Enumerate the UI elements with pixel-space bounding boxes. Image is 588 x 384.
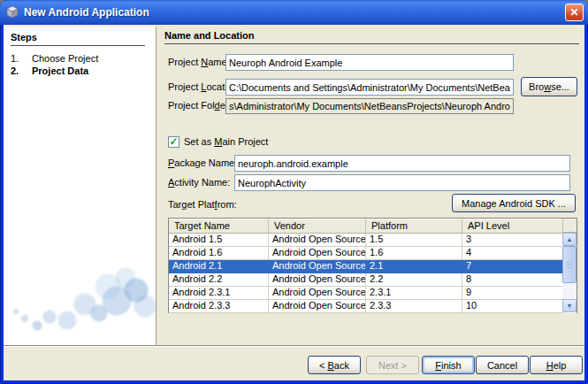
step-item-project-data: 2. Project Data: [11, 65, 152, 76]
project-folder-field: [225, 98, 514, 114]
column-header-vendor[interactable]: Vendor: [269, 219, 366, 233]
close-button[interactable]: ✕: [565, 4, 584, 21]
footer-divider: [4, 345, 584, 347]
watermark-bubbles: [4, 248, 156, 345]
section-title: Name and Location: [164, 30, 254, 41]
help-button[interactable]: Help: [530, 356, 583, 374]
step-item-choose-project: 1. Choose Project: [11, 53, 152, 64]
window-title: New Android Application: [24, 6, 149, 19]
table-row[interactable]: Android 2.3.3 Android Open Source P... 2…: [169, 300, 577, 313]
package-name-label: Package Name:: [168, 157, 237, 168]
table-row[interactable]: Android 1.5 Android Open Source P... 1.5…: [169, 234, 577, 247]
table-row[interactable]: Android 2.3.1 Android Open Source P... 2…: [169, 287, 577, 300]
project-name-input[interactable]: [225, 54, 514, 71]
manage-android-sdk-button[interactable]: Manage Android SDK ...: [452, 194, 576, 212]
set-as-main-project-label[interactable]: Set as Main Project: [184, 136, 268, 147]
next-button: Next >: [366, 356, 419, 374]
dialog-content: Steps 1. Choose Project 2. Project Data …: [4, 25, 584, 380]
target-platform-label: Target Platfrom:: [168, 199, 237, 210]
activity-name-input[interactable]: [234, 174, 570, 191]
close-icon: ✕: [569, 6, 578, 19]
target-platform-table: Target Name Vendor Platform API Level An…: [168, 218, 577, 313]
step-number: 1.: [11, 53, 32, 64]
finish-button[interactable]: Finish: [422, 356, 475, 374]
steps-divider: [11, 45, 145, 46]
vertical-scrollbar: ▲ ▼: [562, 219, 577, 312]
back-button[interactable]: < Back: [308, 356, 361, 374]
scroll-up-button[interactable]: ▲: [562, 233, 577, 246]
column-header-api-level[interactable]: API Level: [462, 219, 564, 233]
step-label: Project Data: [32, 65, 88, 76]
section-divider: [164, 43, 579, 44]
step-label: Choose Project: [32, 53, 98, 64]
browse-button[interactable]: Browse...: [521, 77, 577, 96]
steps-panel: Steps 1. Choose Project 2. Project Data: [4, 27, 157, 345]
cube-icon: [5, 5, 19, 19]
project-name-label: Project Name:: [168, 57, 230, 67]
column-header-platform[interactable]: Platform: [366, 219, 462, 233]
table-header-row: Target Name Vendor Platform API Level: [169, 219, 577, 234]
scroll-down-button[interactable]: ▼: [562, 299, 577, 312]
set-as-main-project-checkbox[interactable]: ✓: [168, 136, 179, 148]
column-header-target-name[interactable]: Target Name: [169, 219, 269, 233]
scroll-down-icon: ▼: [567, 303, 573, 309]
activity-name-label: Activity Name:: [168, 177, 230, 188]
steps-header: Steps: [11, 32, 37, 42]
cancel-button[interactable]: Cancel: [476, 356, 529, 374]
table-row[interactable]: Android 2.2 Android Open Source P... 2.2…: [169, 273, 577, 287]
scrollbar-thumb[interactable]: [562, 246, 577, 283]
project-location-input[interactable]: [225, 79, 514, 96]
title-bar[interactable]: New Android Application ✕: [0, 0, 588, 25]
table-row-selected[interactable]: Android 2.1 Android Open Source P... 2.1…: [169, 260, 577, 273]
project-folder-label: Project Folder:: [168, 100, 232, 111]
step-number: 2.: [11, 65, 32, 76]
package-name-input[interactable]: [234, 155, 570, 172]
new-android-application-dialog: New Android Application ✕ Steps 1. Choos…: [0, 0, 588, 384]
scroll-up-icon: ▲: [567, 236, 573, 242]
table-row[interactable]: Android 1.6 Android Open Source P... 1.6…: [169, 247, 577, 260]
scrollbar-corner: [562, 219, 577, 233]
checkbox-check-icon: ✓: [169, 137, 179, 147]
screen: New Android Application ✕ Steps 1. Choos…: [0, 0, 588, 384]
